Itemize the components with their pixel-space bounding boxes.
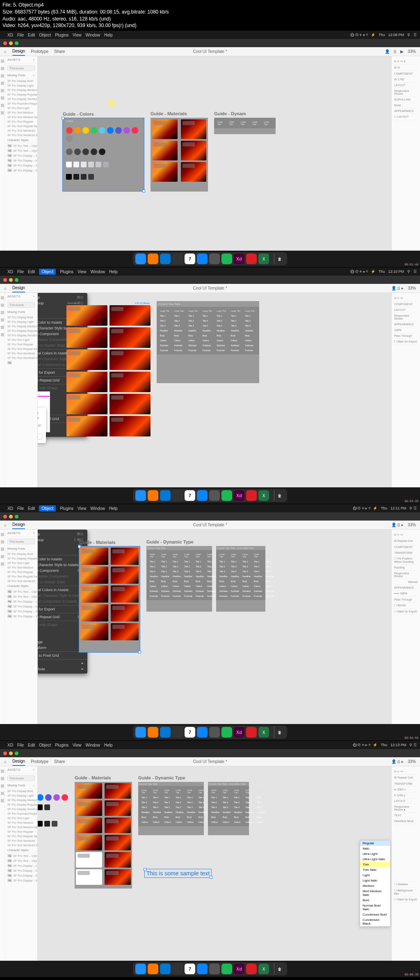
ok-button[interactable]: OK [38, 434, 43, 440]
tab-design[interactable]: Design [12, 284, 25, 292]
menu-object[interactable]: Object [39, 33, 51, 37]
settings-dock-icon[interactable] [209, 964, 220, 974]
font-option[interactable]: Bold [360, 898, 390, 903]
transform-width[interactable]: W 1740 [394, 77, 418, 82]
chat-icon[interactable]: ⎙ [394, 49, 396, 54]
menu-window[interactable]: Window [90, 270, 105, 274]
minimize-button[interactable] [9, 41, 13, 45]
search-icon[interactable]: ⚲ [407, 33, 410, 37]
firefox-dock-icon[interactable] [148, 254, 158, 264]
tab-prototype[interactable]: Prototype [31, 48, 48, 55]
menu-file[interactable]: File [17, 33, 24, 37]
artboard-dynamic-acc[interactable]: Dynamic Type Table - Accessibility Sizes… [216, 546, 265, 612]
font-option[interactable]: Thin Italic [360, 867, 390, 873]
color-swatch[interactable] [66, 127, 73, 134]
close-button[interactable] [3, 41, 7, 45]
font-option[interactable]: Ultra Light [360, 851, 390, 857]
edge-dock-icon[interactable] [160, 727, 171, 738]
font-item[interactable]: SF Pro Display Light [5, 83, 37, 88]
font-weight-dropdown[interactable]: RegularItalicUltra LightUltra Light Ital… [360, 840, 390, 927]
settings-dock-icon[interactable] [209, 254, 220, 264]
font-item[interactable]: SF Pro Text Semibold Italic [5, 133, 37, 137]
color-swatch[interactable] [91, 127, 97, 134]
font-item[interactable]: SF Pro Display Regular [5, 92, 37, 97]
spotify-dock-icon[interactable] [221, 727, 232, 738]
font-item[interactable]: SF Pro Text Regular Italic [5, 124, 37, 128]
menu-window[interactable]: Window [85, 33, 100, 37]
terminal-dock-icon[interactable] [172, 254, 183, 264]
menu-item-group[interactable]: Group⌘G [38, 531, 87, 537]
assets-search[interactable]: ⚲ All Assets [7, 65, 35, 71]
style-item[interactable]: AgSF Pro Display – 6… [5, 158, 37, 163]
zoom-level[interactable]: 33% [408, 49, 416, 54]
color-swatch[interactable] [66, 135, 73, 142]
line-tool[interactable] [1, 82, 4, 85]
cc-dock-icon[interactable] [246, 490, 257, 501]
color-swatch[interactable] [132, 127, 138, 134]
font-option[interactable]: Light Italic [360, 878, 390, 883]
menu-item-group[interactable]: Group⌘G [38, 295, 87, 300]
zoom-tool[interactable] [1, 111, 4, 114]
sample-text[interactable]: This is some sample text [144, 869, 212, 878]
style-item[interactable]: AgSF Pro Display – 1… [5, 153, 37, 158]
firefox-dock-icon[interactable] [148, 727, 158, 738]
spotify-dock-icon[interactable] [221, 490, 232, 501]
ellipse-tool[interactable] [1, 74, 4, 78]
artboard-tool[interactable] [1, 104, 4, 107]
excel-dock-icon[interactable]: X [258, 964, 269, 974]
settings-dock-icon[interactable] [209, 727, 220, 738]
artboard-title[interactable]: Guide - Materials [151, 111, 187, 116]
align-tools[interactable]: ⊫ ⊩ ⊢ ⫿ [394, 59, 418, 65]
font-item[interactable]: SF Pro Display Medium [5, 88, 37, 92]
menu-object[interactable]: Object [39, 269, 56, 275]
excel-dock-icon[interactable]: X [258, 490, 269, 501]
color-swatch[interactable] [82, 127, 89, 134]
font-option[interactable]: Regular [360, 841, 390, 846]
color-swatch[interactable] [107, 127, 114, 134]
scroll-select[interactable]: None [394, 103, 418, 108]
artboard-title[interactable]: Guide - Colors [63, 112, 94, 117]
artboard-materials[interactable]: Guide - Materials [75, 782, 132, 889]
responsive-toggle[interactable]: Responsive Resize [394, 88, 418, 97]
edge-dock-icon[interactable] [160, 254, 171, 264]
traffic-lights[interactable] [0, 39, 22, 47]
terminal-dock-icon[interactable] [172, 727, 183, 738]
xd-dock-icon[interactable]: Xd [234, 964, 244, 974]
trash-dock-icon[interactable]: 🗑 [274, 254, 285, 264]
user-icon[interactable]: 👤 [385, 49, 390, 54]
maximize-button[interactable] [15, 41, 18, 45]
macos-dock[interactable]: 7XdX🗑 [133, 489, 287, 502]
style-item[interactable]: AgSF Pro Display – 9… [5, 163, 37, 168]
font-item[interactable]: SF Pro Text Regular [5, 119, 37, 124]
menu-icon[interactable]: ☰ [413, 33, 417, 37]
edge-dock-icon[interactable] [160, 964, 171, 974]
xd-dock-icon[interactable]: Xd [234, 727, 244, 738]
color-swatch[interactable] [99, 127, 105, 134]
style-item[interactable]: AgSF Pro Text – 16pt [5, 148, 37, 153]
artboard-materials[interactable]: Guide - Materials [79, 546, 140, 653]
color-swatch[interactable] [74, 127, 81, 134]
terminal-dock-icon[interactable] [172, 490, 183, 501]
font-option[interactable]: Medium [360, 883, 390, 889]
font-item[interactable]: SF Pro Display Bold [5, 79, 37, 83]
excel-dock-icon[interactable]: X [258, 727, 269, 738]
xd-dock-icon[interactable]: Xd [234, 254, 244, 264]
home-icon[interactable]: ⌂ [4, 49, 7, 54]
assets-add[interactable]: + [33, 58, 35, 62]
menu-view[interactable]: View [78, 270, 87, 274]
tab-share[interactable]: Share [54, 48, 65, 55]
font-option[interactable]: Condensed Bold [360, 912, 390, 917]
finder-dock-icon[interactable] [135, 727, 146, 738]
font-option[interactable]: Light [360, 873, 390, 878]
rect-tool[interactable] [1, 67, 4, 70]
text-tool[interactable] [1, 96, 4, 100]
calendar-dock-icon[interactable]: 7 [185, 254, 195, 264]
menu-edit[interactable]: Edit [28, 33, 35, 37]
menu-item-align[interactable]: Align [38, 660, 87, 666]
calendar-dock-icon[interactable]: 7 [185, 490, 195, 501]
finder-dock-icon[interactable] [135, 964, 146, 974]
font-option[interactable]: Thin [360, 862, 390, 867]
color-swatch[interactable] [123, 127, 130, 134]
menu-item-align-to-pixel-grid[interactable]: Align to Pixel Grid [38, 653, 87, 658]
menu-view[interactable]: View [73, 33, 82, 37]
